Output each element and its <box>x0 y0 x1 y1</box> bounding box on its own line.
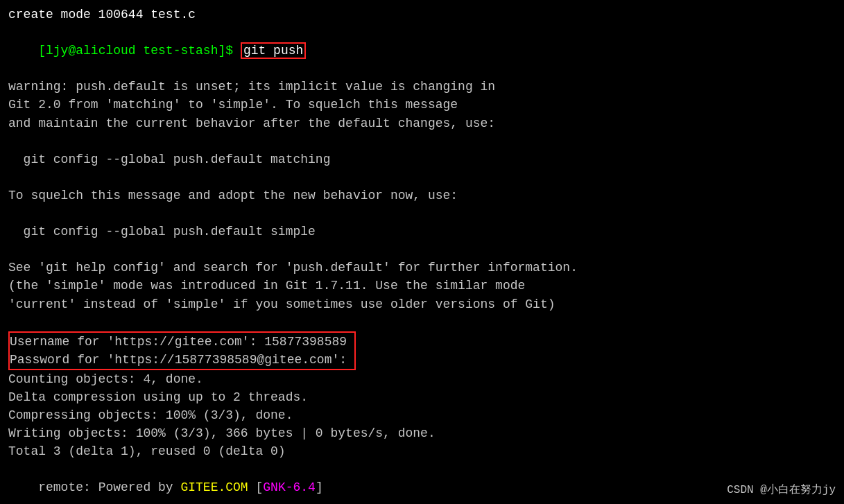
watermark: CSDN @小白在努力jy <box>727 483 836 498</box>
line-writing: Writing objects: 100% (3/3), 366 bytes |… <box>8 424 836 442</box>
line-config-simple: git config --global push.default simple <box>8 223 836 241</box>
gnk-version: GNK-6.4 <box>263 480 316 494</box>
line-current-mode: 'current' instead of 'simple' if you som… <box>8 295 836 313</box>
line-total: Total 3 (delta 1), reused 0 (delta 0) <box>8 442 836 460</box>
line-git-push-prompt: [ljy@alicloud test-stash]$ git push <box>8 24 836 78</box>
line-password: Password for 'https://15877398589@gitee.… <box>10 351 354 369</box>
line-warning1: warning: push.default is unset; its impl… <box>8 78 836 96</box>
line-blank1 <box>8 132 836 150</box>
line-see-config: See 'git help config' and search for 'pu… <box>8 259 836 277</box>
line-remote: remote: Powered by GITEE.COM [GNK-6.4] <box>8 460 836 504</box>
bracket-open: [ <box>248 480 264 494</box>
line-config-matching: git config --global push.default matchin… <box>8 150 836 168</box>
line-warning3: and maintain the current behavior after … <box>8 114 836 132</box>
line-blank5 <box>8 313 836 331</box>
line-username: Username for 'https://gitee.com': 158773… <box>10 333 354 351</box>
git-push-command: git push <box>241 42 306 59</box>
credentials-block: Username for 'https://gitee.com': 158773… <box>8 331 356 370</box>
terminal-window: create mode 100644 test.c [ljy@alicloud … <box>0 0 844 504</box>
bracket-close: ] <box>316 480 323 494</box>
line-counting: Counting objects: 4, done. <box>8 370 836 388</box>
line-delta: Delta compression using up to 2 threads. <box>8 388 836 406</box>
gitee-com-text: GITEE.COM <box>180 480 248 494</box>
line-warning2: Git 2.0 from 'matching' to 'simple'. To … <box>8 96 836 114</box>
line-squelch: To squelch this message and adopt the ne… <box>8 186 836 205</box>
prompt-text: [ljy@alicloud test-stash]$ <box>38 44 241 58</box>
line-blank2 <box>8 168 836 186</box>
line-compressing: Compressing objects: 100% (3/3), done. <box>8 406 836 424</box>
line-simple-mode: (the 'simple' mode was introduced in Git… <box>8 277 836 295</box>
line-blank3 <box>8 205 836 223</box>
line-create-mode: create mode 100644 test.c <box>8 6 836 24</box>
remote-powered-text: remote: Powered by <box>38 480 180 494</box>
line-blank4 <box>8 241 836 259</box>
